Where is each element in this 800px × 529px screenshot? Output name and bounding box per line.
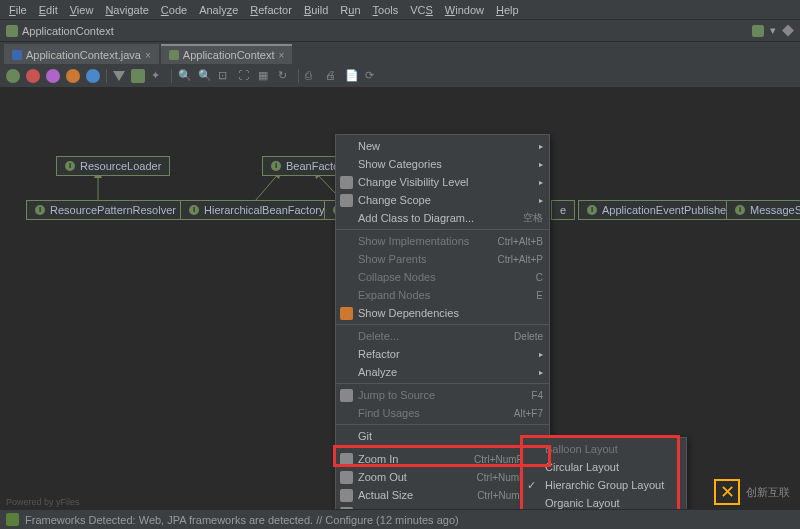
menu-file[interactable]: File	[4, 2, 32, 18]
tab-label: ApplicationContext.java	[26, 49, 141, 61]
breadcrumb-label[interactable]: ApplicationContext	[22, 25, 114, 37]
watermark-logo	[714, 479, 740, 505]
menu-item-new[interactable]: New▸	[336, 137, 549, 155]
menu-run[interactable]: Run	[335, 2, 365, 18]
node-resourceloader[interactable]: IResourceLoader	[56, 156, 170, 176]
tb-sep3	[298, 69, 299, 83]
watermark: 创新互联 http://blog.csdn.net/boling_cavalry	[714, 479, 790, 505]
tb-icon-3[interactable]	[46, 69, 60, 83]
menu-item-show-implementations: Show ImplementationsCtrl+Alt+B	[336, 232, 549, 250]
zoom-in-icon[interactable]: 🔍	[178, 69, 192, 83]
node-e[interactable]: e	[551, 200, 575, 220]
diagram-toolbar: ✦ 🔍 🔍 ⊡ ⛶ ▦ ↻ ⎙ 🖨 📄 ⟳	[0, 64, 800, 88]
menu-window[interactable]: Window	[440, 2, 489, 18]
powered-by: Powered by yFiles	[6, 497, 80, 507]
close-icon[interactable]: ×	[279, 50, 285, 61]
scope-tool-icon[interactable]	[131, 69, 145, 83]
menu-item-show-parents: Show ParentsCtrl+Alt+P	[336, 250, 549, 268]
tb-icon-1[interactable]	[6, 69, 20, 83]
jump-icon	[340, 389, 353, 402]
breadcrumb-bar: ApplicationContext ▾	[0, 20, 800, 42]
tb-sep	[106, 69, 107, 83]
wand-icon[interactable]: ✦	[151, 69, 165, 83]
menu-item-git[interactable]: Git▸	[336, 427, 549, 445]
submenu-item-balloon-layout: Balloon Layout	[523, 440, 686, 458]
status-text[interactable]: Frameworks Detected: Web, JPA frameworks…	[25, 514, 459, 526]
menu-vcs[interactable]: VCS	[405, 2, 438, 18]
close-icon[interactable]: ×	[145, 50, 151, 61]
dropdown-arrow[interactable]: ▾	[770, 24, 776, 37]
tb-icon-4[interactable]	[66, 69, 80, 83]
node-hierarchicalbeanfactory[interactable]: IHierarchicalBeanFactory	[180, 200, 333, 220]
editor-tabs: ApplicationContext.java × ApplicationCon…	[0, 42, 800, 64]
zin-icon	[340, 453, 353, 466]
zout-icon	[340, 471, 353, 484]
actual-size-icon[interactable]: ⊡	[218, 69, 232, 83]
menu-navigate[interactable]: Navigate	[100, 2, 153, 18]
vis-icon	[340, 176, 353, 189]
menu-build[interactable]: Build	[299, 2, 333, 18]
menu-help[interactable]: Help	[491, 2, 524, 18]
menu-item-actual-size[interactable]: Actual SizeCtrl+NumPad /	[336, 486, 549, 504]
scope-icon	[340, 194, 353, 207]
menu-item-refactor[interactable]: Refactor▸	[336, 345, 549, 363]
menu-item-zoom-out[interactable]: Zoom OutCtrl+NumPad -	[336, 468, 549, 486]
context-menu[interactable]: New▸Show Categories▸Change Visibility Le…	[335, 134, 550, 529]
menu-tools[interactable]: Tools	[368, 2, 404, 18]
watermark-text: 创新互联	[746, 485, 790, 500]
asize-icon	[340, 489, 353, 502]
print-icon[interactable]: 🖨	[325, 69, 339, 83]
menu-item-add-class-to-diagram-[interactable]: Add Class to Diagram...空格	[336, 209, 549, 227]
layout-icon[interactable]: ▦	[258, 69, 272, 83]
scope-icon[interactable]	[752, 25, 764, 37]
menu-item-show-dependencies[interactable]: Show Dependencies	[336, 304, 549, 322]
main-menubar[interactable]: File Edit View Navigate Code Analyze Ref…	[0, 0, 800, 20]
check-icon: ✓	[527, 479, 540, 492]
menu-view[interactable]: View	[65, 2, 99, 18]
diagram-icon	[6, 25, 18, 37]
status-bar: Frameworks Detected: Web, JPA frameworks…	[0, 509, 800, 529]
menu-item-zoom-in[interactable]: Zoom InCtrl+NumPad +	[336, 450, 549, 468]
fit-icon[interactable]: ⛶	[238, 69, 252, 83]
apply-layout-icon[interactable]: ↻	[278, 69, 292, 83]
tb-icon-5[interactable]	[86, 69, 100, 83]
gear-icon[interactable]	[782, 25, 794, 37]
export-icon[interactable]: ⎙	[305, 69, 319, 83]
menu-item-analyze[interactable]: Analyze▸	[336, 363, 549, 381]
diagram-tab-icon	[169, 50, 179, 60]
tab-diagram[interactable]: ApplicationContext ×	[161, 44, 293, 64]
menu-refactor[interactable]: Refactor	[245, 2, 297, 18]
preview-icon[interactable]: 📄	[345, 69, 359, 83]
tb-icon-2[interactable]	[26, 69, 40, 83]
submenu-item-hierarchic-group-layout[interactable]: ✓Hierarchic Group Layout	[523, 476, 686, 494]
tb-sep2	[171, 69, 172, 83]
menu-item-find-usages: Find UsagesAlt+F7	[336, 404, 549, 422]
menu-edit[interactable]: Edit	[34, 2, 63, 18]
node-applicationeventpublisher[interactable]: IApplicationEventPublisher	[578, 200, 739, 220]
zoom-out-icon[interactable]: 🔍	[198, 69, 212, 83]
menu-item-change-visibility-level[interactable]: Change Visibility Level▸	[336, 173, 549, 191]
diagram-canvas[interactable]: IResourceLoader IBeanFactory IResourcePa…	[0, 88, 800, 509]
java-icon	[12, 50, 22, 60]
dep-icon	[340, 307, 353, 320]
menu-item-delete-: Delete...Delete	[336, 327, 549, 345]
tab-java-file[interactable]: ApplicationContext.java ×	[4, 44, 159, 64]
menu-code[interactable]: Code	[156, 2, 192, 18]
filter-icon[interactable]	[113, 71, 125, 81]
menu-analyze[interactable]: Analyze	[194, 2, 243, 18]
framework-icon	[6, 513, 19, 526]
menu-item-show-categories[interactable]: Show Categories▸	[336, 155, 549, 173]
node-messagesource[interactable]: IMessageSource	[726, 200, 800, 220]
tab-label: ApplicationContext	[183, 49, 275, 61]
node-resourcepatternresolver[interactable]: IResourcePatternResolver	[26, 200, 185, 220]
menu-item-change-scope[interactable]: Change Scope▸	[336, 191, 549, 209]
menu-item-expand-nodes: Expand NodesE	[336, 286, 549, 304]
submenu-item-circular-layout[interactable]: Circular Layout	[523, 458, 686, 476]
menu-item-collapse-nodes: Collapse NodesC	[336, 268, 549, 286]
refresh-icon[interactable]: ⟳	[365, 69, 379, 83]
menu-item-jump-to-source: Jump to SourceF4	[336, 386, 549, 404]
